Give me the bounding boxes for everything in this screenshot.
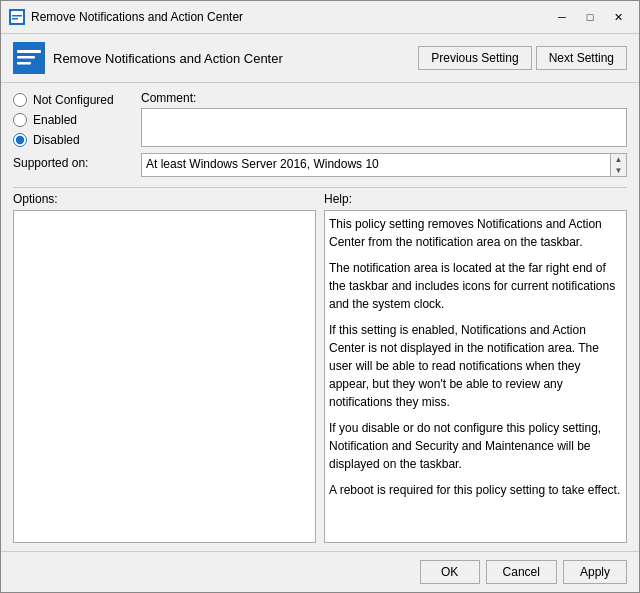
maximize-button[interactable]: □: [577, 7, 603, 27]
supported-label: Supported on:: [13, 153, 133, 170]
cancel-button[interactable]: Cancel: [486, 560, 557, 584]
options-panel: Options:: [13, 192, 316, 543]
previous-setting-button[interactable]: Previous Setting: [418, 46, 531, 70]
help-para2: The notification area is located at the …: [329, 259, 622, 313]
scroll-up-arrow: ▲: [615, 155, 623, 164]
comment-label: Comment:: [141, 91, 627, 105]
svg-rect-0: [11, 11, 23, 23]
panels-row: Options: Help: This policy setting remov…: [13, 192, 627, 543]
next-setting-button[interactable]: Next Setting: [536, 46, 627, 70]
svg-rect-6: [17, 62, 31, 65]
minimize-button[interactable]: ─: [549, 7, 575, 27]
svg-rect-2: [12, 18, 18, 20]
header-title: Remove Notifications and Action Center: [53, 51, 283, 66]
svg-rect-1: [12, 15, 22, 17]
window-title: Remove Notifications and Action Center: [31, 10, 243, 24]
help-box: This policy setting removes Notification…: [324, 210, 627, 543]
help-panel: Help: This policy setting removes Notifi…: [324, 192, 627, 543]
not-configured-label: Not Configured: [33, 93, 114, 107]
disabled-radio[interactable]: [13, 133, 27, 147]
comment-section: Comment:: [141, 91, 627, 147]
content-area: Not Configured Enabled Disabled Comment:…: [1, 83, 639, 551]
top-section: Not Configured Enabled Disabled Comment:: [13, 91, 627, 147]
scroll-down-arrow: ▼: [615, 166, 623, 175]
options-label: Options:: [13, 192, 316, 206]
supported-scrollbar[interactable]: ▲ ▼: [610, 154, 626, 176]
help-para5: A reboot is required for this policy set…: [329, 481, 622, 499]
disabled-label: Disabled: [33, 133, 80, 147]
help-para1: This policy setting removes Notification…: [329, 215, 622, 251]
title-bar-left: Remove Notifications and Action Center: [9, 9, 243, 25]
help-para4: If you disable or do not configure this …: [329, 419, 622, 473]
apply-button[interactable]: Apply: [563, 560, 627, 584]
title-bar: Remove Notifications and Action Center ─…: [1, 1, 639, 34]
disabled-option[interactable]: Disabled: [13, 133, 133, 147]
header-row: Remove Notifications and Action Center P…: [1, 34, 639, 83]
window-icon: [9, 9, 25, 25]
header-left: Remove Notifications and Action Center: [13, 42, 283, 74]
svg-rect-4: [17, 50, 41, 53]
enabled-option[interactable]: Enabled: [13, 113, 133, 127]
ok-button[interactable]: OK: [420, 560, 480, 584]
options-box: [13, 210, 316, 543]
radio-group: Not Configured Enabled Disabled: [13, 91, 133, 147]
main-window: Remove Notifications and Action Center ─…: [0, 0, 640, 593]
close-button[interactable]: ✕: [605, 7, 631, 27]
supported-value: At least Windows Server 2016, Windows 10: [146, 157, 379, 171]
supported-value-box: At least Windows Server 2016, Windows 10…: [141, 153, 627, 177]
footer: OK Cancel Apply: [1, 551, 639, 592]
enabled-radio[interactable]: [13, 113, 27, 127]
help-para3: If this setting is enabled, Notification…: [329, 321, 622, 411]
policy-icon: [13, 42, 45, 74]
enabled-label: Enabled: [33, 113, 77, 127]
comment-textarea[interactable]: [141, 108, 627, 147]
not-configured-radio[interactable]: [13, 93, 27, 107]
section-divider: [13, 187, 627, 188]
title-bar-controls: ─ □ ✕: [549, 7, 631, 27]
svg-rect-5: [17, 56, 35, 59]
supported-row: Supported on: At least Windows Server 20…: [13, 153, 627, 177]
header-buttons: Previous Setting Next Setting: [418, 46, 627, 70]
help-label: Help:: [324, 192, 627, 206]
not-configured-option[interactable]: Not Configured: [13, 93, 133, 107]
